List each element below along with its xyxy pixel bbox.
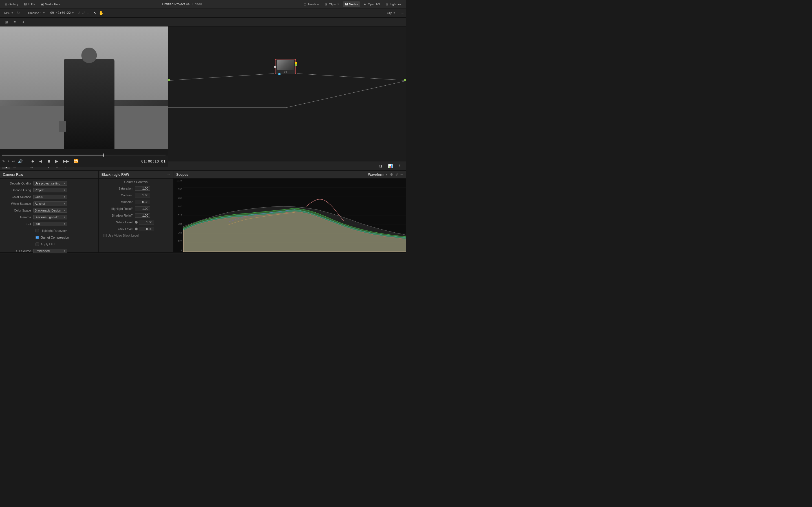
decode-using-label: Decode Using [2,188,33,192]
hand-icon[interactable]: ✋ [99,11,103,15]
white-balance-label: White Balance [2,202,33,205]
clip-dropdown[interactable]: Clip ▼ [385,11,397,15]
color-tools-bar: ⊞ ≡ ✦ [0,17,406,26]
node-bottom-connector[interactable] [278,73,281,75]
iso-label: ISO [2,222,33,226]
waveform-labels: 1023 896 768 640 512 384 256 128 0 [173,179,183,252]
black-level-value[interactable]: 0.00 [139,227,154,231]
color-science-dropdown[interactable]: Gen 5 ▼ [33,194,67,199]
video-background [0,26,168,149]
pencil-dropdown[interactable]: ▼ [7,160,10,163]
volume-icon[interactable]: 🔊 [18,159,22,163]
video-person [64,59,114,149]
midpoint-row: Midpoint 0.38 [101,199,171,205]
toolbar-fullscreen-icon: ⤢ [82,10,86,15]
video-progress-fill [2,155,103,156]
contrast-value[interactable]: 1.00 [135,193,150,198]
menu-luts[interactable]: ⊟ LUTs [22,1,37,7]
camera-raw-content: Decode Quality Use project setting ▼ Dec… [0,179,98,253]
timeline-selector[interactable]: Timeline 1 ▼ [26,11,47,15]
menu-lightbox[interactable]: ⊟ Lightbox [384,1,404,7]
use-video-black-level-row[interactable]: Use Video Black Level [101,233,171,238]
pointer-icon[interactable]: ↖ [94,11,97,15]
magic-btn[interactable]: ✦ [19,18,27,25]
main-toolbar: 64% ▼ ↻ Timeline 1 ▼ 09:41:09:22 ▼ ↺ ⤢ ·… [0,8,406,17]
video-progress-bar[interactable] [2,155,165,156]
white-balance-dropdown[interactable]: As shot ▼ [33,202,67,206]
color-space-label: Color Space [2,209,33,212]
skip-to-start-btn[interactable]: ⏮ [30,158,36,164]
use-video-black-level-label: Use Video Black Level [108,234,139,237]
decode-quality-dropdown[interactable]: Use project setting ▼ [33,181,67,186]
info-btn[interactable]: ℹ [396,163,404,169]
panels-row: Camera Raw Decode Quality Use project se… [0,171,406,252]
menu-clips[interactable]: ⊞ Clips ▼ [322,1,342,7]
white-level-control: 1.00 [135,220,154,224]
color-space-dropdown[interactable]: Blackmagic Design ▼ [33,208,67,213]
shadow-rolloff-label: Shadow Rolloff [101,214,135,217]
timecode-display[interactable]: 09:41:09:22 ▼ [49,10,76,15]
scopes-more-icon[interactable]: ··· [400,173,403,177]
iso-dropdown[interactable]: 800 ▼ [33,222,67,226]
nodes-icon: ⊠ [345,2,348,6]
braw-more-btn[interactable]: ··· [167,173,170,177]
play-btn[interactable]: ▶ [54,158,59,164]
media-pool-icon: ▣ [41,2,44,6]
lightbox-icon: ⊟ [386,2,389,6]
video-timecode-bar [0,149,168,155]
highlight-recovery-label: Highlight Recovery [41,229,66,232]
midpoint-value[interactable]: 0.38 [135,200,150,204]
list-view-btn[interactable]: ≡ [11,18,18,25]
node-01[interactable]: 01 [275,59,296,74]
node-left-connector[interactable] [274,66,276,68]
progress-area[interactable] [0,155,168,156]
lut-source-value: Embedded ▼ [33,249,96,253]
white-level-value[interactable]: 1.00 [139,220,154,224]
apply-lut-checkbox[interactable] [36,242,39,246]
node-right-green-connector[interactable] [295,64,297,66]
black-level-slider[interactable] [135,228,138,230]
waveform-display: 1023 896 768 640 512 384 256 128 0 [173,179,406,252]
video-preview: ✎ ▼ ↩ 🔊 ⏮ ◀ ⏹ ▶ ▶▶ 🔁 01:00:10:01 [0,26,168,161]
scopes-expand-icon[interactable]: ⤢ [395,173,398,177]
next-frame-btn[interactable]: ▶▶ [62,158,70,164]
white-level-slider[interactable] [135,221,138,224]
menu-nodes[interactable]: ⊠ Nodes [343,1,360,7]
menu-timeline[interactable]: ⊡ Timeline [301,1,321,7]
decode-using-dropdown[interactable]: Project ▼ [33,188,67,192]
use-video-black-level-checkbox[interactable] [103,234,107,237]
stop-btn[interactable]: ⏹ [46,158,52,164]
scopes-settings-icon[interactable]: ⚙ [390,173,393,177]
lut-source-dropdown[interactable]: Embedded ▼ [33,249,67,253]
decode-using-row: Decode Using Project ▼ [2,187,96,193]
undo-icon[interactable]: ↩ [12,159,15,163]
menu-gallery[interactable]: ⊞ Gallery [2,1,20,7]
highlight-rolloff-label: Highlight Rolloff [101,207,135,210]
scopes-title: Scopes [176,173,188,177]
zoom-selector[interactable]: 64% ▼ [2,11,15,15]
waveform-small-btn[interactable]: 📊 [386,163,394,169]
white-level-row: White Level 1.00 [101,219,171,225]
bw-btn[interactable]: ◑ [377,163,385,169]
decode-using-value: Project ▼ [33,188,96,192]
highlight-recovery-checkbox[interactable] [36,229,39,232]
shadow-rolloff-value[interactable]: 1.00 [135,213,150,218]
menu-open-fx[interactable]: ★ Open FX [361,1,382,7]
color-space-value: Blackmagic Design ▼ [33,208,96,213]
menu-media-pool[interactable]: ▣ Media Pool [38,1,63,7]
grid-view-btn[interactable]: ⊞ [2,18,10,25]
gamut-compression-checkbox[interactable] [36,236,39,239]
toolbar-refresh-icon: ↻ [17,11,20,15]
saturation-value[interactable]: 1.00 [135,186,150,191]
node-top-right-connector[interactable] [295,62,297,64]
waveform-dropdown[interactable]: Waveform ▼ [368,173,388,177]
braw-header: Blackmagic RAW ··· [99,171,173,179]
toolbar-right-more[interactable]: ··· [401,11,404,15]
highlight-rolloff-value[interactable]: 1.00 [135,207,150,211]
prev-frame-btn[interactable]: ◀ [38,158,43,164]
scopes-panel: Scopes Waveform ▼ ⚙ ⤢ ··· 1023 896 768 6… [173,171,406,252]
gamma-dropdown[interactable]: Blackma...gn Film ▼ [33,215,67,219]
cursor-tools: ↖ ✋ [94,11,103,15]
loop-btn[interactable]: 🔁 [72,158,80,164]
pencil-icon[interactable]: ✎ [2,159,5,163]
